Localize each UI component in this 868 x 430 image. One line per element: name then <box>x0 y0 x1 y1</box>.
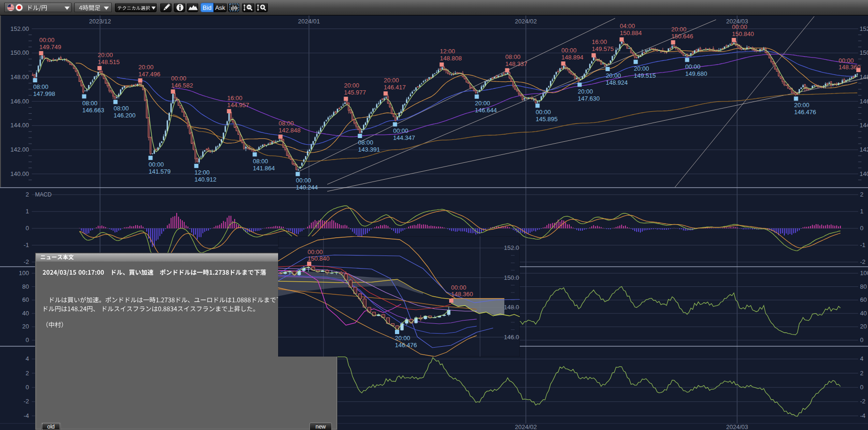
svg-text:20:00: 20:00 <box>138 64 154 71</box>
svg-text:148.00: 148.00 <box>10 73 29 80</box>
svg-text:0: 0 <box>26 384 29 391</box>
svg-text:2: 2 <box>860 370 863 377</box>
svg-text:00:00: 00:00 <box>149 161 164 168</box>
svg-text:00:00: 00:00 <box>839 57 854 64</box>
svg-text:12:00: 12:00 <box>194 169 210 176</box>
svg-text:150.646: 150.646 <box>671 33 693 40</box>
svg-text:148.337: 148.337 <box>505 60 527 67</box>
svg-text:20:00: 20:00 <box>634 65 649 72</box>
svg-text:-1: -1 <box>860 241 866 248</box>
svg-text:60: 60 <box>22 296 29 303</box>
svg-text:150.0: 150.0 <box>504 274 519 281</box>
svg-text:144: 144 <box>860 122 868 129</box>
svg-text:140.912: 140.912 <box>194 176 216 183</box>
svg-text:152.0: 152.0 <box>504 244 519 251</box>
svg-text:00:00: 00:00 <box>536 109 551 116</box>
svg-text:150.884: 150.884 <box>620 29 642 36</box>
svg-text:142: 142 <box>860 146 868 153</box>
svg-text:20:00: 20:00 <box>384 77 399 84</box>
svg-text:80: 80 <box>22 283 29 290</box>
svg-text:140: 140 <box>860 170 868 177</box>
svg-text:08:00: 08:00 <box>114 105 129 112</box>
svg-text:144.347: 144.347 <box>393 134 415 141</box>
svg-text:145.977: 145.977 <box>344 89 366 96</box>
svg-text:149.515: 149.515 <box>634 72 656 79</box>
svg-text:1: 1 <box>26 208 29 215</box>
svg-text:00:00: 00:00 <box>308 248 323 255</box>
svg-text:MACD: MACD <box>35 191 52 198</box>
svg-text:146.00: 146.00 <box>10 98 29 105</box>
svg-text:00:00: 00:00 <box>171 75 187 82</box>
svg-text:141.579: 141.579 <box>149 168 171 175</box>
svg-text:148.808: 148.808 <box>440 55 462 62</box>
svg-text:-4: -4 <box>860 412 866 419</box>
svg-text:143.391: 143.391 <box>358 146 380 153</box>
svg-text:20: 20 <box>860 323 867 330</box>
svg-text:0: 0 <box>860 384 863 391</box>
svg-text:148.360: 148.360 <box>451 291 473 298</box>
svg-text:140.244: 140.244 <box>296 184 318 191</box>
svg-text:100: 100 <box>19 270 29 277</box>
svg-text:152: 152 <box>860 25 868 32</box>
svg-text:00:00: 00:00 <box>685 63 701 70</box>
svg-text:145.895: 145.895 <box>536 116 558 123</box>
svg-text:2023/12: 2023/12 <box>89 18 111 25</box>
svg-text:08:00: 08:00 <box>82 100 98 107</box>
svg-text:0: 0 <box>860 336 863 343</box>
svg-text:08:00: 08:00 <box>358 139 373 146</box>
svg-text:60: 60 <box>860 296 867 303</box>
svg-text:-1: -1 <box>23 241 29 248</box>
svg-text:2: 2 <box>860 191 863 198</box>
svg-text:16:00: 16:00 <box>592 38 607 45</box>
svg-text:146: 146 <box>860 98 868 105</box>
svg-text:16:00: 16:00 <box>227 95 243 102</box>
svg-text:142.00: 142.00 <box>10 146 29 153</box>
svg-text:149.749: 149.749 <box>39 44 61 51</box>
svg-text:04:00: 04:00 <box>620 22 635 29</box>
svg-text:146.476: 146.476 <box>794 109 816 116</box>
svg-text:2024/01: 2024/01 <box>298 18 320 25</box>
svg-text:147.630: 147.630 <box>578 95 600 102</box>
svg-text:00:00: 00:00 <box>561 47 577 54</box>
svg-text:146.476: 146.476 <box>395 342 417 349</box>
svg-text:147.998: 147.998 <box>33 90 55 97</box>
svg-text:2024/03: 2024/03 <box>726 423 748 430</box>
svg-text:08:00: 08:00 <box>33 83 49 90</box>
svg-text:141.864: 141.864 <box>253 165 275 172</box>
svg-text:149.575: 149.575 <box>592 45 614 52</box>
svg-text:-4: -4 <box>23 412 29 419</box>
svg-text:148.894: 148.894 <box>561 54 583 61</box>
svg-text:20:00: 20:00 <box>578 88 593 95</box>
svg-text:2024/02: 2024/02 <box>515 18 537 25</box>
svg-text:20:00: 20:00 <box>794 102 810 109</box>
svg-text:142.848: 142.848 <box>279 127 301 134</box>
svg-text:20:00: 20:00 <box>98 51 113 58</box>
svg-text:149.680: 149.680 <box>685 70 707 77</box>
svg-text:08:00: 08:00 <box>279 120 294 127</box>
svg-text:4: 4 <box>860 355 863 362</box>
svg-text:2: 2 <box>26 191 29 198</box>
svg-text:146.663: 146.663 <box>82 107 104 114</box>
svg-text:1: 1 <box>860 208 863 215</box>
svg-text:-2: -2 <box>23 398 29 405</box>
svg-text:0: 0 <box>26 336 29 343</box>
svg-text:0: 0 <box>26 225 29 232</box>
svg-text:146.0: 146.0 <box>504 334 519 341</box>
svg-text:148.924: 148.924 <box>606 79 628 86</box>
svg-text:00:00: 00:00 <box>39 36 55 44</box>
svg-text:00:00: 00:00 <box>296 177 311 184</box>
svg-text:20:00: 20:00 <box>344 82 359 89</box>
svg-text:100: 100 <box>860 270 868 277</box>
svg-text:144.00: 144.00 <box>10 122 29 129</box>
svg-text:00:00: 00:00 <box>451 284 466 291</box>
svg-text:144.957: 144.957 <box>227 102 249 109</box>
svg-text:150.840: 150.840 <box>308 255 330 262</box>
svg-text:4: 4 <box>26 355 29 362</box>
svg-text:140.00: 140.00 <box>10 170 29 177</box>
svg-text:-2: -2 <box>23 258 29 265</box>
svg-text:40: 40 <box>860 310 867 317</box>
svg-text:146.644: 146.644 <box>475 107 497 114</box>
svg-text:150.840: 150.840 <box>732 30 754 37</box>
svg-text:-2: -2 <box>860 258 866 265</box>
svg-text:148.0: 148.0 <box>504 304 519 311</box>
